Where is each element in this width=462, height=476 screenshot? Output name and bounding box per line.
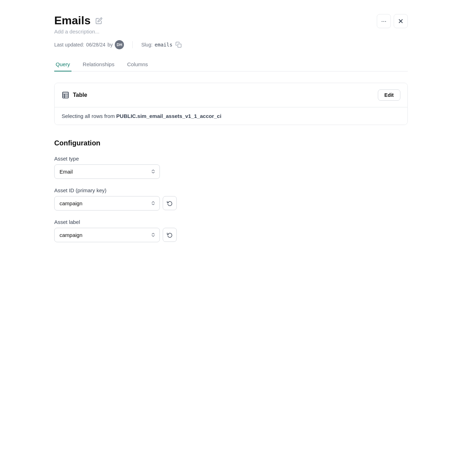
description-placeholder[interactable]: Add a description... bbox=[54, 29, 104, 35]
last-updated-date: 06/28/24 bbox=[86, 42, 106, 48]
svg-rect-2 bbox=[177, 44, 181, 48]
asset-label-label: Asset label bbox=[54, 219, 408, 225]
header-actions: ··· bbox=[377, 14, 408, 28]
tabs-bar: Query Relationships Columns bbox=[54, 58, 408, 71]
pencil-icon bbox=[95, 17, 102, 24]
asset-id-select-container: campaign id email_id asset_id bbox=[54, 196, 160, 211]
slug-value: emails bbox=[155, 42, 173, 48]
asset-id-wrapper: campaign id email_id asset_id bbox=[54, 196, 408, 211]
refresh-icon bbox=[167, 200, 173, 206]
close-button[interactable] bbox=[394, 14, 408, 28]
asset-type-field: Asset type Email SMS Push In-App bbox=[54, 156, 408, 179]
meta-row: Last updated: 06/28/24 by DH Slug: email… bbox=[54, 40, 408, 49]
tab-columns[interactable]: Columns bbox=[126, 58, 149, 71]
asset-label-field: Asset label campaign name title label bbox=[54, 219, 408, 242]
configuration-title: Configuration bbox=[54, 139, 408, 147]
query-card-title: Table bbox=[62, 91, 87, 99]
asset-label-refresh-button[interactable] bbox=[163, 228, 177, 242]
asset-label-select-container: campaign name title label bbox=[54, 228, 160, 242]
asset-id-field: Asset ID (primary key) campaign id email… bbox=[54, 187, 408, 211]
edit-title-button[interactable] bbox=[94, 16, 104, 26]
last-updated-meta: Last updated: 06/28/24 by DH bbox=[54, 40, 124, 49]
table-icon bbox=[62, 91, 69, 99]
page-title: Emails bbox=[54, 14, 90, 27]
asset-type-label: Asset type bbox=[54, 156, 408, 162]
asset-label-select[interactable]: campaign name title label bbox=[54, 228, 160, 242]
query-edit-button[interactable]: Edit bbox=[378, 89, 400, 101]
query-table-name: PUBLIC.sim_email_assets_v1_1_accor_ci bbox=[116, 113, 221, 119]
query-card-body: Selecting all rows from PUBLIC.sim_email… bbox=[55, 107, 407, 125]
query-text-prefix: Selecting all rows from bbox=[62, 113, 116, 119]
refresh-icon-2 bbox=[167, 232, 173, 238]
more-options-button[interactable]: ··· bbox=[377, 14, 391, 28]
configuration-section: Configuration Asset type Email SMS Push … bbox=[54, 139, 408, 242]
author-avatar: DH bbox=[115, 40, 124, 49]
slug-label: Slug: bbox=[141, 42, 152, 48]
copy-slug-button[interactable] bbox=[175, 41, 182, 49]
copy-icon bbox=[175, 42, 182, 48]
asset-label-wrapper: campaign name title label bbox=[54, 228, 408, 242]
ellipsis-icon: ··· bbox=[381, 18, 386, 25]
query-card: Table Edit Selecting all rows from PUBLI… bbox=[54, 83, 408, 125]
asset-type-select-container: Email SMS Push In-App bbox=[54, 164, 160, 179]
query-card-header: Table Edit bbox=[55, 83, 407, 107]
tab-relationships[interactable]: Relationships bbox=[81, 58, 116, 71]
svg-rect-3 bbox=[63, 92, 69, 98]
page-header: Emails Add a description... ··· bbox=[54, 14, 408, 35]
header-left: Emails Add a description... bbox=[54, 14, 104, 35]
meta-divider bbox=[132, 41, 133, 48]
title-row: Emails bbox=[54, 14, 104, 27]
asset-id-select[interactable]: campaign id email_id asset_id bbox=[54, 196, 160, 211]
slug-meta: Slug: emails bbox=[141, 41, 182, 49]
asset-id-label: Asset ID (primary key) bbox=[54, 187, 408, 193]
x-icon bbox=[398, 18, 404, 24]
query-card-label: Table bbox=[73, 92, 87, 98]
by-label: by bbox=[107, 42, 113, 48]
last-updated-label: Last updated: bbox=[54, 42, 84, 48]
query-text: Selecting all rows from PUBLIC.sim_email… bbox=[62, 113, 400, 119]
asset-type-select[interactable]: Email SMS Push In-App bbox=[54, 164, 160, 179]
tab-query[interactable]: Query bbox=[54, 58, 71, 71]
asset-id-refresh-button[interactable] bbox=[163, 196, 177, 210]
